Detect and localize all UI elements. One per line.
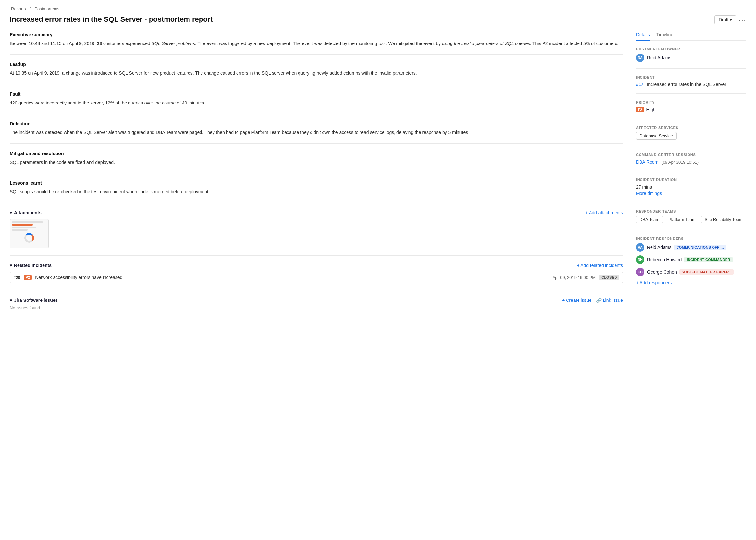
incident-date: Apr 09, 2019 16:00 PM (552, 275, 596, 280)
incident-number: #20 (13, 275, 20, 280)
jira-header: ▾ Jira Software issues + Create issue 🔗 … (10, 298, 623, 303)
mitigation-heading: Mitigation and resolution (10, 151, 623, 156)
responder-avatar-gc: GC (636, 268, 644, 276)
closed-badge: CLOSED (599, 275, 619, 280)
chevron-down-icon: ▾ (730, 17, 732, 22)
p2-badge: P2 (636, 107, 644, 112)
sidebar: Details Timeline POSTMORTEM OWNER RA Rei… (636, 32, 746, 325)
breadcrumb-postmortems[interactable]: Postmortems (34, 7, 60, 11)
page-header: Increased error rates in the SQL Server … (10, 15, 746, 24)
incident-responders-label: INCIDENT RESPONDERS (636, 236, 746, 240)
breadcrumb-separator: / (30, 7, 31, 11)
detection-heading: Detection (10, 121, 623, 126)
postmortem-owner-section: POSTMORTEM OWNER RA Reid Adams (636, 47, 746, 69)
executive-summary-text: Between 10:48 and 11:15 on April 9, 2019… (10, 40, 623, 47)
breadcrumb-reports[interactable]: Reports (11, 7, 26, 11)
lessons-text: SQL scripts should be re-checked in the … (10, 188, 623, 196)
session-date: (09 Apr 2019 10:51) (661, 160, 698, 165)
incident-link[interactable]: #17 (636, 82, 645, 87)
no-issues-text: No issues found (10, 305, 623, 310)
add-related-label: + Add related incidents (577, 263, 623, 268)
command-center-section: COMMAND CENTER SESSIONS DBA Room (09 Apr… (636, 153, 746, 171)
leadup-section: Leadup At 10:35 on April 9, 2019, a chan… (10, 62, 623, 84)
team-dba: DBA Team (636, 216, 663, 223)
create-issue-label: + Create issue (562, 298, 591, 303)
incident-duration-label: INCIDENT DURATION (636, 178, 746, 182)
responder-teams-label: RESPONDER TEAMS (636, 209, 746, 213)
header-actions: Draft ▾ ··· (714, 15, 746, 24)
priority-label: PRIORITY (636, 100, 746, 104)
attachment-thumbnail[interactable] (10, 219, 49, 248)
team-tags: DBA Team Platform Team Site Reliability … (636, 216, 746, 223)
jira-section: ▾ Jira Software issues + Create issue 🔗 … (10, 298, 623, 317)
add-responders-label: + Add responders (636, 280, 672, 285)
responder-row-gc: GC George Cohen SUBJECT MATTER EXPERT (636, 268, 746, 276)
content-area: Executive summary Between 10:48 and 11:1… (10, 32, 623, 325)
tab-timeline[interactable]: Timeline (656, 32, 673, 41)
lessons-section: Lessons learnt SQL scripts should be re-… (10, 181, 623, 203)
jira-heading: Jira Software issues (14, 298, 58, 303)
add-attachments-button[interactable]: + Add attachments (585, 210, 623, 215)
related-incidents-header: ▾ Related incidents + Add related incide… (10, 263, 623, 268)
responder-teams-section: RESPONDER TEAMS DBA Team Platform Team S… (636, 209, 746, 230)
add-related-incidents-button[interactable]: + Add related incidents (577, 263, 623, 268)
affected-services-label: AFFECTED SERVICES (636, 126, 746, 129)
mitigation-section: Mitigation and resolution SQL parameters… (10, 151, 623, 173)
related-incidents-section: ▾ Related incidents + Add related incide… (10, 263, 623, 290)
jira-actions: + Create issue 🔗 Link issue (562, 298, 623, 303)
responder-avatar-ra: RA (636, 243, 644, 251)
lessons-heading: Lessons learnt (10, 181, 623, 186)
link-issue-button[interactable]: 🔗 Link issue (596, 298, 623, 303)
chevron-down-icon: ▾ (10, 210, 12, 215)
thumb-content (10, 219, 48, 248)
add-attachments-label: + Add attachments (585, 210, 623, 215)
incident-label: INCIDENT (636, 75, 746, 79)
priority-section: PRIORITY P2 High (636, 100, 746, 119)
owner-row: RA Reid Adams (636, 54, 746, 62)
thumb-line-4 (12, 229, 28, 231)
responder-row-rh: RH Rebecca Howard INCIDENT COMMANDER (636, 255, 746, 264)
team-platform: Platform Team (665, 216, 699, 223)
add-responders-button[interactable]: + Add responders (636, 280, 672, 285)
fault-text: 420 queries were incorrectly sent to the… (10, 99, 623, 106)
incident-responders-section: INCIDENT RESPONDERS RA Reid Adams COMMUN… (636, 236, 746, 292)
attachments-heading: Attachments (14, 210, 42, 215)
responder-name-ra: Reid Adams (647, 245, 671, 250)
more-options-button[interactable]: ··· (739, 16, 746, 24)
attachments-toggle[interactable]: ▾ Attachments (10, 210, 42, 215)
draft-label: Draft (719, 17, 728, 22)
priority-text: High (646, 107, 655, 112)
incident-section: INCIDENT #17 Increased error rates in th… (636, 75, 746, 94)
chevron-down-icon: ▾ (10, 298, 12, 303)
incident-title: Network accessibility errors have increa… (35, 275, 549, 280)
incident-duration-section: INCIDENT DURATION 27 mins More timings (636, 178, 746, 203)
priority-badge: P2 (24, 275, 32, 280)
responder-name-gc: George Cohen (647, 269, 677, 275)
owner-name: Reid Adams (647, 55, 671, 61)
fault-section: Fault 420 queries were incorrectly sent … (10, 91, 623, 114)
dba-room-link[interactable]: DBA Room (636, 159, 658, 165)
related-incidents-heading: Related incidents (14, 263, 52, 268)
responder-name-rh: Rebecca Howard (647, 257, 682, 262)
responder-avatar-rh: RH (636, 255, 644, 264)
priority-badge: P2 High (636, 107, 655, 112)
create-issue-button[interactable]: + Create issue (562, 298, 591, 303)
chevron-down-icon: ▾ (10, 263, 12, 268)
related-incident-row[interactable]: #20 P2 Network accessibility errors have… (10, 272, 623, 283)
responder-row-ra: RA Reid Adams COMMUNICATIONS OFFI... (636, 243, 746, 251)
owner-avatar: RA (636, 54, 644, 62)
related-incidents-toggle[interactable]: ▾ Related incidents (10, 263, 52, 268)
thumb-line-2 (12, 224, 33, 225)
attachments-header: ▾ Attachments + Add attachments (10, 210, 623, 215)
role-badge-comms: COMMUNICATIONS OFFI... (674, 245, 726, 250)
duration-text: 27 mins (636, 184, 746, 190)
affected-services-section: AFFECTED SERVICES Database Service (636, 126, 746, 146)
leadup-text: At 10:35 on April 9, 2019, a change was … (10, 69, 623, 76)
postmortem-owner-label: POSTMORTEM OWNER (636, 47, 746, 51)
draft-button[interactable]: Draft ▾ (714, 15, 736, 24)
fault-heading: Fault (10, 91, 623, 97)
tab-details[interactable]: Details (636, 32, 650, 41)
jira-toggle[interactable]: ▾ Jira Software issues (10, 298, 58, 303)
more-timings-link[interactable]: More timings (636, 191, 662, 196)
incident-title: Increased error rates in the SQL Server (647, 82, 726, 87)
